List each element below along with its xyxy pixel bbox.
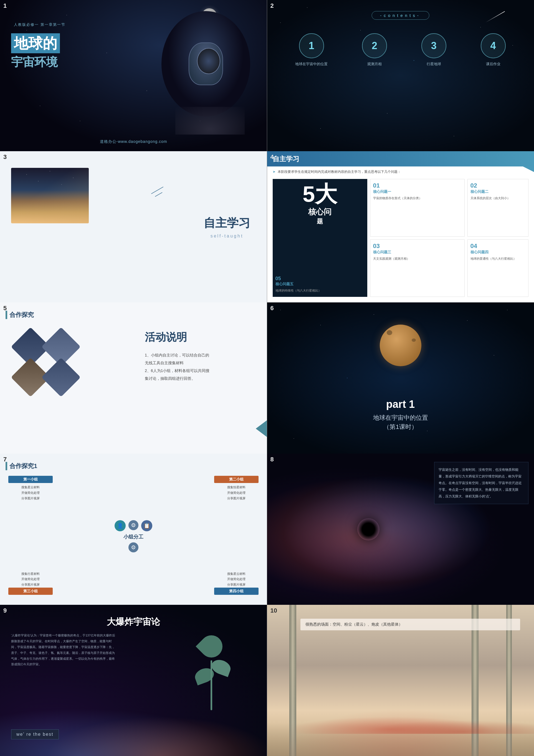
slide7-center-icons: 👤 ⚙ 📋 — [115, 520, 152, 531]
slide5-diamond-br — [41, 358, 80, 397]
slide1-astronaut — [161, 11, 250, 117]
slide1-footer: 道格办公-www.daogebangong.com — [0, 139, 267, 144]
slide5-triangle — [256, 420, 267, 437]
slide1-title-main: 地球的 — [11, 33, 60, 53]
slide2-circle-num-1: 1 — [299, 33, 324, 58]
slide4-special-bottom: 05 核心问题五 地球的特殊性（与八大行星相比） — [276, 276, 364, 293]
slide4-special-bottom-text: 地球的特殊性（与八大行星相比） — [276, 289, 321, 292]
slide7-group-bl-text: 搜集行星材料开做简化处理分享图片视屏 — [8, 571, 53, 588]
slide4-item3-num: 03 — [373, 242, 462, 250]
slide9-text: '人爆炸宇宙论'认为：宇宙曾有一个极密极热的奇点，于137亿年前的大爆炸后膨胀形… — [11, 633, 117, 667]
slide4-intro-text: 本阶段要求学生在规定时间内完成对教材内容的自主学习，重点思考以下几个问题： — [278, 170, 401, 174]
slide4-item-3: 03 核心问题三 天文实践观测（观测月相） — [370, 239, 465, 297]
slide4-item2-text: 天体系统的层次（由大到小） — [470, 197, 510, 200]
slide7-group-tl-title: 第一小组 — [8, 476, 53, 483]
slide4-item4-text: 地球的普通性（与八大行星相比） — [470, 257, 516, 260]
slide4-item1-text: 宇宙的物质存在形式（天体的分类） — [373, 197, 422, 200]
slide7-group-tl-text: 搜集星云材料开做简化处理分享图片视屏 — [8, 485, 53, 501]
slide7-gear-icon: ⚙ — [128, 520, 138, 530]
slide7-center-gear-icon: ⚙ — [128, 542, 138, 553]
slide-10: 10 很熟悉的场面：空间、粉尘（星云）、炮皮（其他星体） — [267, 605, 534, 756]
slide4-item1-num: 01 — [373, 182, 462, 189]
slide2-circle-label-4: 课后作业 — [486, 62, 500, 67]
slide-7: 7 合作探究1 第一小组 搜集星云材料开做简化处理分享图片视屏 第二小组 搜集恒… — [0, 454, 267, 605]
slide9-plant — [184, 627, 239, 710]
slide1-number: 1 — [3, 2, 7, 10]
slide5-activity-text1: 1、小组内自主讨论，可以结合自己的 无线工具自主搜集材料 — [145, 351, 250, 367]
slide4-special-bottom-num: 05 — [276, 276, 281, 281]
slide7-center: 👤 ⚙ 📋 小组分工 ⚙ — [115, 520, 152, 553]
slide1-title: 地球的 宇宙环境 — [11, 33, 60, 70]
slide7-person-icon: 👤 — [115, 520, 126, 531]
slide4-item-2: 02 核心问题二 天体系统的层次（由大到小） — [467, 179, 528, 237]
slide9-number: 9 — [3, 607, 7, 614]
slide4-number: 4 — [271, 153, 274, 161]
slide4-special-bottom-title: 核心问题五 — [276, 282, 364, 286]
slide-4: 4 自主学习 ➤ 本阶段要求学生在规定时间内完成对教材内容的自主学习，重点思考以… — [267, 151, 534, 302]
slide1-title-sub: 宇宙环境 — [11, 54, 60, 70]
slide7-number: 7 — [3, 456, 7, 463]
slide3-right-content: 自主学习 self-taught — [203, 215, 250, 239]
slide7-center-title: 小组分工 — [123, 533, 144, 540]
slide4-item4-num: 04 — [470, 242, 525, 250]
slide2-stars — [267, 0, 534, 151]
slide2-circle-4: 4 课后作业 — [481, 33, 506, 67]
slide5-activity-text2: 2、6人为1小组，材料各组可以共同搜 集讨论，抽取四组进行回答。 — [145, 367, 250, 382]
slide8-text-box: 宇宙诞生之前，没有时间、没有空间，也没有物质和能量，形成宇宙引力大坍缩灭亡的'0… — [434, 462, 528, 504]
slide2-circle-1: 1 地球在宇宙中的位置 — [295, 33, 328, 67]
slide4-header: 自主学习 — [267, 151, 534, 167]
slide7-group-br-title: 第四小组 — [214, 588, 258, 595]
slide9-badge: we' re the best — [11, 729, 59, 739]
slide6-moon — [380, 325, 421, 366]
slide2-circle-label-1: 地球在宇宙中的位置 — [295, 62, 328, 67]
slide4-item2-num: 02 — [470, 182, 525, 189]
slide5-right-content: 活动说明 1、小组内自主讨论，可以结合自己的 无线工具自主搜集材料 2、6人为1… — [145, 330, 250, 382]
slide2-circle-num-3: 3 — [421, 33, 446, 58]
slide5-number: 5 — [3, 305, 7, 312]
slide6-part: part 1 — [267, 398, 534, 410]
slide4-item1-title: 核心问题一 — [373, 189, 462, 194]
slide3-image — [11, 168, 89, 223]
slide7-group-tr-title: 第二小组 — [214, 476, 258, 483]
slide4-intro-arrow: ➤ — [273, 170, 276, 174]
slide7-group-bl: 搜集行星材料开做简化处理分享图片视屏 第三小组 — [8, 571, 53, 597]
slide10-red-petals — [295, 712, 534, 734]
slide3-sub-title: self-taught — [203, 233, 250, 239]
slide7-group-tr-text: 搜集恒星材料开做简化处理分享图片视屏 — [214, 485, 258, 501]
slide7-header-title: 合作探究1 — [10, 462, 37, 470]
slide4-item2-title: 核心问题二 — [470, 189, 525, 194]
slide-6: 6 part 1 地球在宇宙中的位置 （第1课时） — [267, 302, 534, 454]
slide3-image-stars — [11, 168, 89, 201]
slide7-group-br: 搜集星云材料开做简化处理分享图片视屏 第四小组 — [214, 571, 258, 597]
slide-1: 1 人教版必修一 第一章第一节 地球的 宇宙环境 道格办公-www.daogeb… — [0, 0, 267, 151]
slide3-line2 — [155, 192, 163, 197]
slide6-subtitle2: （第1课时） — [267, 422, 534, 431]
slide5-header: 合作探究 — [6, 311, 34, 319]
slide7-diagram: 第一小组 搜集星云材料开做简化处理分享图片视屏 第二小组 搜集恒星材料开做简化处… — [6, 473, 261, 599]
slide2-circles: 1 地球在宇宙中的位置 2 观测月相 3 行星地球 4 课后作业 — [267, 33, 534, 67]
slide4-item3-title: 核心问题三 — [373, 250, 462, 255]
slide7-book-icon: 📋 — [141, 520, 152, 531]
slide9-title: 大爆炸宇宙论 — [0, 616, 267, 628]
slide3-main-title: 自主学习 — [203, 215, 250, 231]
slide5-activity-text: 1、小组内自主讨论，可以结合自己的 无线工具自主搜集材料 2、6人为1小组，材料… — [145, 351, 250, 382]
slide-9: 9 大爆炸宇宙论 '人爆炸宇宙论'认为：宇宙曾有一个极密极热的奇点，于137亿年… — [0, 605, 267, 756]
slide7-header: 合作探究1 — [6, 462, 37, 470]
slide4-item-4: 04 核心问题四 地球的普通性（与八大行星相比） — [467, 239, 528, 297]
slide-3: 3 自主学习 self-taught — [0, 151, 267, 302]
slide6-number: 6 — [271, 305, 274, 312]
slide1-rocks — [175, 107, 245, 135]
slide7-header-bar — [6, 462, 7, 470]
slide1-subtitle: 人教版必修一 第一章第一节 — [14, 22, 66, 27]
slide2-circle-2: 2 观测月相 — [362, 33, 387, 67]
slide3-number: 3 — [3, 153, 7, 161]
slide5-header-bar — [6, 311, 7, 319]
slide2-contents-label: -contents- — [371, 11, 429, 20]
slide4-item-1: 01 核心问题一 宇宙的物质存在形式（天体的分类） — [370, 179, 465, 237]
slide2-circle-label-2: 观测月相 — [367, 62, 382, 67]
slide4-special-num: 5大 — [303, 183, 337, 205]
slide7-group-tr: 第二小组 搜集恒星材料开做简化处理分享图片视屏 — [214, 476, 258, 501]
slide2-circle-label-3: 行星地球 — [427, 62, 441, 67]
slide5-diamonds — [14, 330, 75, 399]
slide3-decorative-lines — [150, 184, 167, 201]
